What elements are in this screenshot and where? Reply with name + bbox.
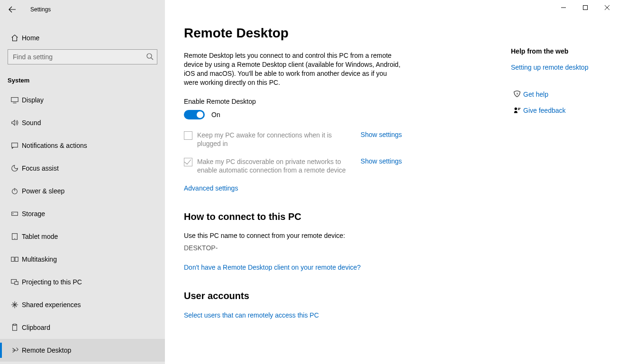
sidebar-item-label: Clipboard: [22, 324, 50, 331]
remote-desktop-icon: [10, 346, 19, 355]
discoverable-label: Make my PC discoverable on private netwo…: [197, 157, 351, 174]
setup-remote-desktop-link[interactable]: Setting up remote desktop: [511, 64, 599, 71]
sidebar-home-label: Home: [22, 34, 39, 42]
feedback-icon: [513, 106, 521, 115]
advanced-settings-link[interactable]: Advanced settings: [184, 184, 238, 192]
settings-window: Settings Home System Display: [0, 0, 618, 364]
tablet-icon: [10, 232, 19, 241]
content-main: Remote Desktop Remote Desktop lets you c…: [184, 26, 497, 319]
sidebar-item-remote-desktop[interactable]: Remote Desktop: [0, 339, 165, 362]
sound-icon: [10, 118, 19, 127]
sidebar-item-multitasking[interactable]: Multitasking: [0, 248, 165, 271]
keep-awake-checkbox[interactable]: [184, 131, 192, 140]
display-icon: [10, 96, 19, 104]
sidebar-item-label: Storage: [22, 210, 45, 218]
sidebar-item-label: Projecting to this PC: [22, 278, 82, 286]
get-help-link[interactable]: Get help: [523, 91, 548, 98]
sidebar-section-label: System: [0, 64, 165, 89]
back-button[interactable]: [6, 3, 19, 16]
sidebar-item-power-sleep[interactable]: Power & sleep: [0, 180, 165, 202]
svg-rect-2: [12, 143, 18, 147]
notifications-icon: [10, 141, 19, 150]
sidebar: Settings Home System Display: [0, 0, 165, 364]
svg-point-5: [13, 213, 14, 214]
svg-text:?: ?: [516, 92, 518, 96]
user-accounts-heading: User accounts: [184, 291, 497, 301]
minimize-button[interactable]: [553, 0, 574, 15]
storage-icon: [10, 209, 19, 218]
power-icon: [10, 187, 19, 195]
sidebar-item-label: Notifications & actions: [22, 142, 87, 149]
discoverable-checkbox[interactable]: [184, 158, 192, 166]
arrow-left-icon: [9, 6, 16, 13]
pc-name: DESKTOP-: [184, 244, 497, 252]
show-settings-link-1[interactable]: Show settings: [361, 131, 402, 138]
window-title: Settings: [30, 6, 51, 13]
sidebar-item-projecting[interactable]: Projecting to this PC: [0, 271, 165, 293]
sidebar-item-label: Tablet mode: [22, 233, 58, 240]
svg-rect-8: [15, 257, 18, 262]
maximize-icon: [583, 5, 588, 10]
rd-client-link[interactable]: Don't have a Remote Desktop client on yo…: [184, 264, 361, 271]
sidebar-item-label: Power & sleep: [22, 187, 64, 195]
sidebar-item-notifications[interactable]: Notifications & actions: [0, 134, 165, 157]
page-title: Remote Desktop: [184, 26, 497, 41]
focus-assist-icon: [10, 164, 19, 173]
svg-rect-10: [15, 282, 18, 284]
maximize-button[interactable]: [574, 0, 596, 15]
svg-rect-13: [583, 6, 588, 10]
home-icon: [10, 34, 19, 42]
enable-remote-desktop-toggle[interactable]: [184, 110, 205, 119]
search-icon: [146, 53, 154, 60]
sidebar-item-label: Sound: [22, 119, 41, 127]
connect-instruction: Use this PC name to connect from your re…: [184, 232, 497, 239]
sidebar-item-label: Multitasking: [22, 255, 57, 263]
sidebar-item-label: Remote Desktop: [22, 346, 71, 354]
give-feedback-link[interactable]: Give feedback: [523, 107, 566, 114]
search-box: [8, 49, 157, 64]
svg-point-0: [147, 54, 152, 58]
help-panel: Help from the web Setting up remote desk…: [511, 26, 599, 319]
svg-rect-1: [11, 98, 18, 102]
sidebar-nav: Display Sound Notifications & actions Fo…: [0, 89, 165, 364]
sidebar-item-label: Shared experiences: [22, 301, 81, 309]
toggle-state-text: On: [211, 111, 220, 118]
minimize-icon: [561, 5, 566, 10]
svg-rect-7: [11, 257, 14, 262]
sidebar-item-focus-assist[interactable]: Focus assist: [0, 157, 165, 180]
show-settings-link-2[interactable]: Show settings: [361, 157, 402, 165]
titlebar-left: Settings: [0, 0, 165, 19]
svg-point-15: [515, 108, 517, 110]
keep-awake-label: Keep my PC awake for connections when it…: [197, 131, 351, 148]
sidebar-item-storage[interactable]: Storage: [0, 202, 165, 225]
close-icon: [605, 5, 609, 10]
sidebar-item-label: Display: [22, 96, 44, 104]
sidebar-item-display[interactable]: Display: [0, 89, 165, 111]
projecting-icon: [10, 278, 19, 286]
window-controls: [553, 0, 618, 15]
sidebar-item-tablet-mode[interactable]: Tablet mode: [0, 225, 165, 248]
sidebar-item-clipboard[interactable]: Clipboard: [0, 316, 165, 339]
svg-rect-12: [13, 324, 16, 326]
sidebar-item-label: Focus assist: [22, 164, 59, 172]
toggle-label: Enable Remote Desktop: [184, 98, 497, 105]
page-description: Remote Desktop lets you connect to and c…: [184, 51, 402, 87]
sidebar-item-sound[interactable]: Sound: [0, 111, 165, 134]
how-to-connect-heading: How to connect to this PC: [184, 211, 497, 222]
multitasking-icon: [10, 255, 19, 264]
close-button[interactable]: [596, 0, 618, 15]
sidebar-home[interactable]: Home: [0, 27, 165, 48]
search-input[interactable]: [8, 49, 157, 64]
get-help-icon: ?: [513, 90, 521, 99]
shared-experiences-icon: [10, 300, 19, 309]
select-users-link[interactable]: Select users that can remotely access th…: [184, 311, 319, 319]
help-heading: Help from the web: [511, 47, 599, 55]
sidebar-item-shared-experiences[interactable]: Shared experiences: [0, 293, 165, 316]
clipboard-icon: [10, 323, 19, 332]
main-area: Remote Desktop Remote Desktop lets you c…: [165, 0, 618, 364]
